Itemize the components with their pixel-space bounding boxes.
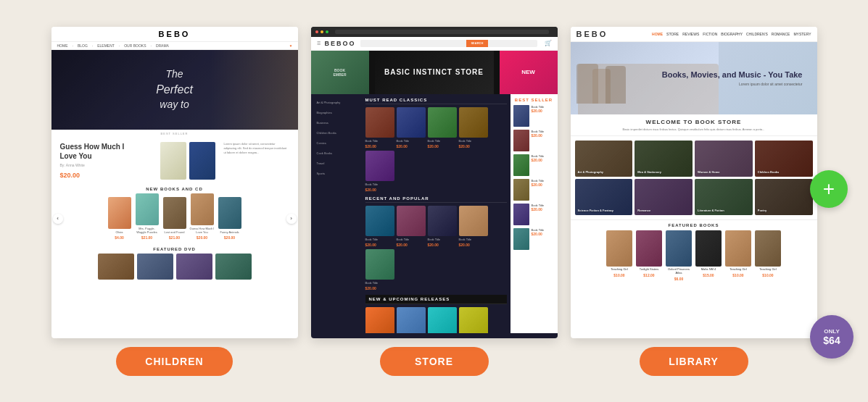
lib-cover-6: [755, 230, 781, 267]
bestseller-badge: BEST SELLER: [51, 130, 298, 138]
store-sidebar-comics[interactable]: Comics: [314, 139, 359, 147]
store-price-2: $20.00: [397, 144, 426, 148]
store-cart-icon[interactable]: 🛒: [545, 40, 552, 46]
store-price-3: $20.00: [428, 144, 457, 148]
dvd-3: [176, 254, 212, 280]
grid-children[interactable]: Children Books: [755, 141, 813, 177]
library-categories-grid: Art & Photography Men & Stationery Women…: [571, 136, 817, 219]
store-hamburger: ☰: [317, 41, 321, 46]
children-hero: The Perfect way to: [51, 50, 298, 130]
lib-cover-1: [606, 230, 632, 267]
mini-book-2: Mrs. Puggle-Wuggle Puzzles $21.00: [134, 193, 160, 240]
store-browser-bar: [311, 27, 558, 37]
welcome-title: WELCOME TO BOOK STORE: [575, 119, 813, 125]
upcoming-book-1: Book Title $20.00: [365, 307, 394, 332]
store-sidebar-biz[interactable]: Business: [314, 119, 359, 127]
grid-literature[interactable]: Literature & Fiction: [695, 179, 753, 215]
recent-price-2: $20.00: [397, 243, 426, 247]
recent-price-3: $20.00: [428, 243, 457, 247]
main-container: BEBO HOME · BLOG · ELEMENT · OUR BOOKS ·…: [0, 0, 868, 402]
floating-add-button[interactable]: +: [810, 170, 848, 208]
book-cover-mrs: [136, 193, 159, 225]
grid-women[interactable]: Women & Home: [695, 141, 753, 177]
store-info-4: Book Title: [459, 139, 488, 143]
store-button[interactable]: STORE: [380, 347, 489, 376]
books-next-arrow[interactable]: ›: [286, 214, 297, 224]
store-sidebar-cook[interactable]: Cook Books: [314, 149, 359, 157]
library-hero-title: Books, Movies, and Music - You Take: [662, 70, 803, 80]
store-info-5: Book Title: [365, 183, 394, 186]
grid-art[interactable]: Art & Photography: [575, 141, 633, 177]
library-hero-text: Books, Movies, and Music - You Take Lore…: [662, 70, 803, 86]
store-book-5: Book Title $20.00: [365, 151, 394, 192]
store-preview-card: ☰ BEBOO SEARCH 🛒 BOOK EMBER BASIC INSTIN: [311, 27, 558, 376]
store-search-bar[interactable]: SEARCH: [360, 40, 537, 47]
store-price-5: $20.00: [365, 188, 394, 192]
mini-book-4: Guess How Much I Love You $20.00: [189, 193, 215, 240]
bs-cover-6: [513, 228, 529, 250]
book-description: Lorem ipsum dolor sit amet, consectetur …: [224, 142, 289, 155]
store-hero-title: BASIC INSTINCT STORE: [384, 67, 484, 77]
grid-men[interactable]: Men & Stationery: [635, 141, 693, 177]
store-search-button[interactable]: SEARCH: [466, 40, 488, 47]
mini-book-1: Olivia $4.00: [108, 197, 131, 240]
bs-price-1: $20.00: [532, 109, 545, 113]
upcoming-cover-1: [365, 307, 394, 332]
nav-fiction[interactable]: FICTION: [703, 32, 717, 36]
lib-book-2: Twilight Sisters $12.00: [635, 230, 663, 281]
recent-grid: Book Title $20.00 Book Title $20.00 Book…: [365, 206, 507, 290]
store-sidebar-children[interactable]: Children Books: [314, 129, 359, 137]
grid-scifi[interactable]: Science Fiction & Fantasy: [575, 179, 633, 215]
children-hero-text: The Perfect way to: [156, 67, 193, 112]
store-right-sidebar: BEST SELLER Book Title $20.00 Book Title…: [511, 94, 558, 333]
grid-label-art: Art & Photography: [578, 170, 604, 174]
store-main-content: MUST READ CLASSICS Book Title $20.00 Boo…: [362, 94, 511, 333]
floating-price-badge: ONLY $64: [810, 315, 853, 359]
bs-price-6: $20.00: [532, 232, 545, 236]
nav-home[interactable]: HOME: [652, 32, 663, 36]
children-bestseller: Guess How Much I Love You By: Anna White…: [51, 138, 298, 184]
nav-reviews[interactable]: REVIEWS: [682, 32, 699, 36]
featured-title: FEATURED BOOKS: [575, 223, 813, 227]
nav-biography[interactable]: BIOGRAPHY: [721, 32, 743, 36]
grid-poetry[interactable]: Poetry: [755, 179, 813, 215]
recent-cover-3: [428, 206, 457, 236]
recent-book-4: Book Title $20.00: [459, 206, 488, 247]
children-preview-card: BEBO HOME · BLOG · ELEMENT · OUR BOOKS ·…: [51, 27, 298, 376]
store-sidebar-travel[interactable]: Travel: [314, 159, 359, 167]
library-button[interactable]: LIBRARY: [640, 347, 748, 376]
recent-cover-1: [365, 206, 394, 236]
books-prev-arrow[interactable]: ‹: [53, 214, 63, 224]
bs-price-5: $20.00: [532, 207, 545, 212]
lib-book-5: Teaching Girl $10.00: [724, 230, 752, 281]
dvd-4: [215, 254, 252, 280]
lib-title-3: Oxford Prisoners Atlas: [665, 268, 693, 275]
recent-info-1: Book Title: [365, 238, 394, 241]
store-hero-right: NEW: [500, 51, 558, 94]
store-sidebar-sport[interactable]: Sports: [314, 169, 359, 177]
bestseller-item-3: Book Title $20.00: [513, 154, 555, 176]
bestseller-item-5: Book Title $20.00: [513, 204, 555, 225]
recent-book-2: Book Title $20.00: [397, 206, 426, 247]
grid-romance[interactable]: Romance: [635, 179, 693, 215]
grid-label-poetry: Poetry: [758, 209, 766, 212]
dot-yellow: [321, 30, 323, 33]
book-title-guess: Guess How Much I Love You: [189, 227, 215, 234]
nav-store[interactable]: STORE: [666, 32, 679, 36]
library-hero-subtitle: Lorem ipsum dolor sit amet consectetur: [662, 82, 803, 86]
bs-cover-2: [513, 130, 529, 151]
recent-info-4: Book Title: [459, 238, 488, 241]
bs-price-2: $20.00: [532, 133, 545, 138]
nav-romance[interactable]: ROMANCE: [772, 32, 790, 36]
nav-childrens[interactable]: CHILDREN'S: [746, 32, 768, 36]
book-cover-lost: [163, 197, 186, 229]
children-nav: HOME · BLOG · ELEMENT · OUR BOOKS · DRAM…: [51, 42, 298, 50]
store-sidebar-bio[interactable]: Biographies: [314, 109, 359, 117]
bestseller-item-2: Book Title $20.00: [513, 130, 555, 151]
children-button[interactable]: CHILDREN: [116, 347, 232, 376]
book-title-mrs: Mrs. Puggle-Wuggle Puzzles: [134, 227, 160, 234]
nav-mystery[interactable]: MYSTERY: [793, 32, 811, 36]
store-sidebar-art[interactable]: Art & Photography: [314, 99, 359, 106]
dvd-row: [51, 254, 298, 280]
upcoming-book-2: Book Title $20.00: [397, 307, 426, 332]
